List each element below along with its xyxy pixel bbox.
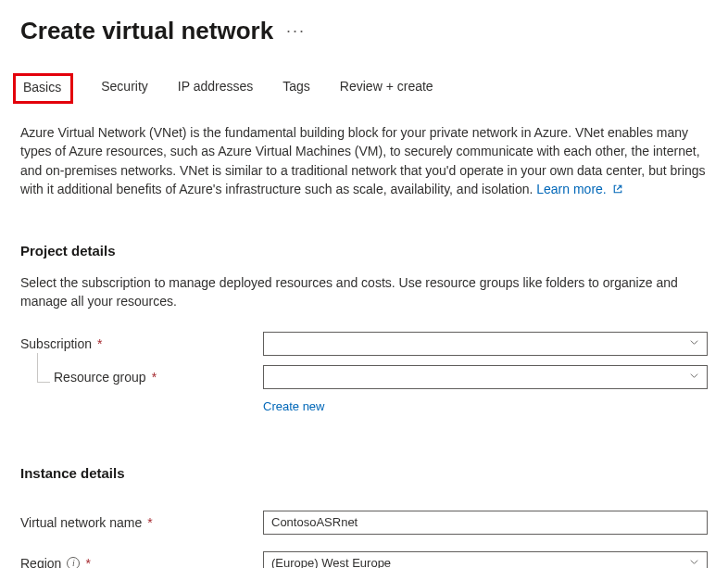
resource-group-select[interactable]	[263, 365, 708, 389]
section-title-project: Project details	[20, 243, 708, 259]
page-header: Create virtual network ···	[20, 17, 708, 45]
info-icon[interactable]: i	[67, 557, 80, 568]
more-actions-icon[interactable]: ···	[286, 21, 306, 41]
label-resource-group: Resource group *	[20, 370, 263, 385]
tab-basics[interactable]: Basics	[13, 73, 73, 104]
label-text: Resource group	[54, 370, 146, 385]
vnet-name-input[interactable]	[263, 511, 708, 535]
instance-details-section: Instance details Virtual network name * …	[20, 465, 708, 568]
tab-tags[interactable]: Tags	[281, 73, 312, 106]
tab-label: Security	[101, 79, 148, 94]
tab-label: Tags	[282, 79, 310, 94]
project-details-section: Project details Select the subscription …	[20, 243, 708, 413]
section-desc-project: Select the subscription to manage deploy…	[20, 273, 708, 311]
page-title: Create virtual network	[20, 17, 273, 45]
label-subscription: Subscription *	[20, 336, 263, 351]
tab-review-create[interactable]: Review + create	[338, 73, 435, 106]
form-row-vnet-name: Virtual network name *	[20, 511, 708, 535]
tab-security[interactable]: Security	[99, 73, 150, 106]
label-vnet-name: Virtual network name *	[20, 515, 263, 530]
tab-label: IP addresses	[178, 79, 253, 94]
label-text: Region	[20, 556, 61, 568]
section-title-instance: Instance details	[20, 465, 708, 481]
form-row-region: Region i * (Europe) West Europe	[20, 551, 708, 568]
label-text: Virtual network name	[20, 515, 142, 530]
create-new-link[interactable]: Create new	[263, 399, 324, 413]
subscription-select[interactable]	[263, 332, 708, 356]
tab-label: Basics	[23, 80, 61, 95]
form-row-subscription: Subscription *	[20, 332, 708, 356]
learn-more-link[interactable]: Learn more.	[536, 182, 622, 196]
form-row-resource-group: Resource group *	[20, 365, 708, 389]
label-region: Region i *	[20, 556, 263, 568]
select-value: (Europe) West Europe	[271, 556, 391, 568]
region-select[interactable]: (Europe) West Europe	[263, 551, 708, 568]
tab-label: Review + create	[340, 79, 433, 94]
required-asterisk: *	[85, 556, 90, 568]
indent-line-icon	[37, 353, 50, 383]
intro-paragraph: Azure Virtual Network (VNet) is the fund…	[20, 123, 708, 198]
tab-ip-addresses[interactable]: IP addresses	[176, 73, 255, 106]
chevron-down-icon	[689, 556, 699, 568]
required-asterisk: *	[97, 336, 102, 351]
learn-more-label: Learn more.	[536, 182, 606, 196]
create-new-link-wrap: Create new	[263, 398, 708, 413]
tabs-bar: Basics Security IP addresses Tags Review…	[20, 73, 708, 107]
external-link-icon	[610, 182, 623, 196]
required-asterisk: *	[152, 370, 157, 385]
chevron-down-icon	[689, 336, 699, 350]
chevron-down-icon	[689, 370, 699, 384]
label-text: Subscription	[20, 336, 92, 351]
required-asterisk: *	[147, 515, 152, 530]
